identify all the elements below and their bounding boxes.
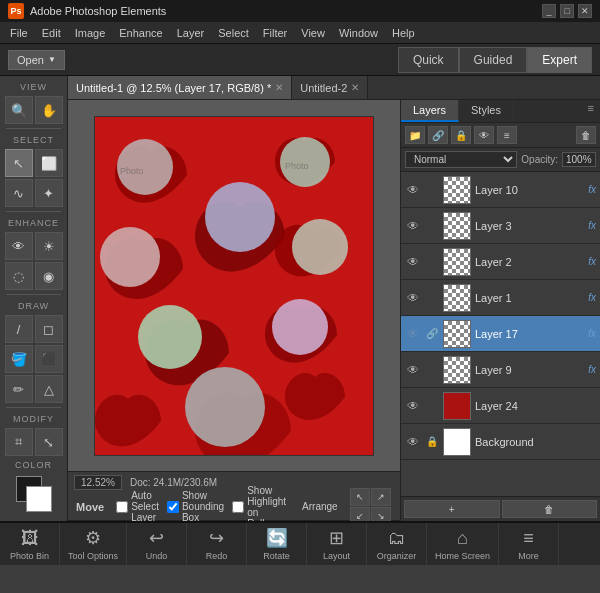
highlight-checkbox[interactable] bbox=[232, 501, 244, 513]
menu-layer[interactable]: Layer bbox=[171, 25, 211, 41]
marquee-tool[interactable]: ⬜ bbox=[35, 149, 63, 177]
hand-tool[interactable]: ✋ bbox=[35, 96, 63, 124]
eye-tool[interactable]: 👁 bbox=[5, 232, 33, 260]
menu-edit[interactable]: Edit bbox=[36, 25, 67, 41]
visibility-toggle-9[interactable]: 👁 bbox=[405, 362, 421, 378]
visibility-toggle-10[interactable]: 👁 bbox=[405, 182, 421, 198]
visibility-toggle-1[interactable]: 👁 bbox=[405, 290, 421, 306]
tab-layers[interactable]: Layers bbox=[401, 100, 459, 122]
layer-row-9[interactable]: 👁 Layer 9 fx bbox=[401, 352, 600, 388]
layer-row-24[interactable]: 👁 Layer 24 bbox=[401, 388, 600, 424]
menu-file[interactable]: File bbox=[4, 25, 34, 41]
taskbar-photo-bin[interactable]: 🖼 Photo Bin bbox=[0, 523, 60, 565]
doc-tab-1-close[interactable]: ✕ bbox=[351, 82, 359, 93]
minimize-btn[interactable]: _ bbox=[542, 4, 556, 18]
paint-bucket-tool[interactable]: 🪣 bbox=[5, 345, 33, 373]
shape-tool[interactable]: △ bbox=[35, 375, 63, 403]
tab-quick[interactable]: Quick bbox=[398, 47, 459, 73]
visibility-toggle-3[interactable]: 👁 bbox=[405, 218, 421, 234]
link-toggle-24 bbox=[425, 399, 439, 413]
taskbar-layout[interactable]: ⊞ Layout bbox=[307, 523, 367, 565]
taskbar-more[interactable]: ≡ More bbox=[499, 523, 559, 565]
bounding-box-checkbox[interactable] bbox=[167, 501, 179, 513]
new-layer-btn[interactable]: + bbox=[404, 500, 500, 518]
taskbar-tool-options[interactable]: ⚙ Tool Options bbox=[60, 523, 127, 565]
visibility-toggle-24[interactable]: 👁 bbox=[405, 398, 421, 414]
tab-guided[interactable]: Guided bbox=[459, 47, 528, 73]
more-label: More bbox=[518, 551, 539, 561]
sun-tool[interactable]: ☀ bbox=[35, 232, 63, 260]
doc-tab-1[interactable]: Untitled-2 ✕ bbox=[292, 76, 368, 99]
menu-image[interactable]: Image bbox=[69, 25, 112, 41]
layer-row-17[interactable]: 👁 🔗 Layer 17 fx bbox=[401, 316, 600, 352]
canvas-wrapper[interactable]: Photo Photo bbox=[68, 100, 400, 471]
close-btn[interactable]: ✕ bbox=[578, 4, 592, 18]
menu-help[interactable]: Help bbox=[386, 25, 421, 41]
opacity-label: Opacity: bbox=[521, 154, 558, 165]
sponge-tool[interactable]: ◉ bbox=[35, 262, 63, 290]
align-top-right[interactable]: ↗ bbox=[371, 488, 391, 506]
stamp-tool[interactable]: ⬛ bbox=[35, 345, 63, 373]
layer-fx-2: fx bbox=[588, 256, 596, 267]
more-btn[interactable]: ≡ bbox=[497, 126, 517, 144]
layer-row-10[interactable]: 👁 Layer 10 fx bbox=[401, 172, 600, 208]
canvas: Photo Photo bbox=[94, 116, 374, 456]
home-screen-icon: ⌂ bbox=[457, 528, 468, 549]
visibility-toggle-bg[interactable]: 👁 bbox=[405, 434, 421, 450]
taskbar-redo[interactable]: ↪ Redo bbox=[187, 523, 247, 565]
panel-options-btn[interactable]: ≡ bbox=[582, 100, 600, 122]
lasso-tool[interactable]: ∿ bbox=[5, 179, 33, 207]
zoom-level: 12.52% bbox=[74, 475, 122, 490]
opacity-input[interactable] bbox=[562, 152, 596, 167]
align-top-left[interactable]: ↖ bbox=[350, 488, 370, 506]
app-icon: Ps bbox=[8, 3, 24, 19]
blur-tool[interactable]: ◌ bbox=[5, 262, 33, 290]
layer-row-2[interactable]: 👁 Layer 2 fx bbox=[401, 244, 600, 280]
menu-view[interactable]: View bbox=[295, 25, 331, 41]
arrange-label: Arrange bbox=[302, 501, 338, 512]
layer-row-1[interactable]: 👁 Layer 1 fx bbox=[401, 280, 600, 316]
menu-enhance[interactable]: Enhance bbox=[113, 25, 168, 41]
doc-tab-0-close[interactable]: ✕ bbox=[275, 82, 283, 93]
open-button[interactable]: Open ▼ bbox=[8, 50, 65, 70]
auto-select-checkbox[interactable] bbox=[116, 501, 128, 513]
align-bot-left[interactable]: ↙ bbox=[350, 507, 370, 521]
magic-wand-tool[interactable]: ✦ bbox=[35, 179, 63, 207]
menu-window[interactable]: Window bbox=[333, 25, 384, 41]
eraser-tool[interactable]: ◻ bbox=[35, 315, 63, 343]
tab-expert[interactable]: Expert bbox=[527, 47, 592, 73]
link-layers-btn[interactable]: 🔗 bbox=[428, 126, 448, 144]
link-toggle-17[interactable]: 🔗 bbox=[425, 327, 439, 341]
blend-mode-select[interactable]: Normal Multiply Screen bbox=[405, 151, 517, 168]
doc-tab-0[interactable]: Untitled-1 @ 12.5% (Layer 17, RGB/8) * ✕ bbox=[68, 76, 292, 99]
taskbar-undo[interactable]: ↩ Undo bbox=[127, 523, 187, 565]
visibility-toggle-2[interactable]: 👁 bbox=[405, 254, 421, 270]
taskbar-home-screen[interactable]: ⌂ Home Screen bbox=[427, 523, 499, 565]
transform-tool[interactable]: ⤡ bbox=[35, 428, 63, 456]
lock-btn[interactable]: 🔒 bbox=[451, 126, 471, 144]
layer-row-3[interactable]: 👁 Layer 3 fx bbox=[401, 208, 600, 244]
eye-all-btn[interactable]: 👁 bbox=[474, 126, 494, 144]
move-tool[interactable]: ↖ bbox=[5, 149, 33, 177]
pencil-tool[interactable]: ✏ bbox=[5, 375, 33, 403]
menu-filter[interactable]: Filter bbox=[257, 25, 293, 41]
menu-select[interactable]: Select bbox=[212, 25, 255, 41]
background-color[interactable] bbox=[26, 486, 52, 512]
taskbar-rotate[interactable]: 🔄 Rotate bbox=[247, 523, 307, 565]
zoom-tool[interactable]: 🔍 bbox=[5, 96, 33, 124]
new-layer-set-btn[interactable]: 📁 bbox=[405, 126, 425, 144]
maximize-btn[interactable]: □ bbox=[560, 4, 574, 18]
brush-tool[interactable]: / bbox=[5, 315, 33, 343]
rotate-icon: 🔄 bbox=[266, 527, 288, 549]
delete-layer-btn[interactable]: 🗑 bbox=[576, 126, 596, 144]
align-bot-right[interactable]: ↘ bbox=[371, 507, 391, 521]
layer-row-bg[interactable]: 👁 🔒 Background bbox=[401, 424, 600, 460]
taskbar-organizer[interactable]: 🗂 Organizer bbox=[367, 523, 427, 565]
tab-styles[interactable]: Styles bbox=[459, 100, 514, 122]
organizer-label: Organizer bbox=[377, 551, 417, 561]
delete-selected-btn[interactable]: 🗑 bbox=[502, 500, 598, 518]
auto-select-label: Auto Select Layer bbox=[131, 490, 159, 521]
visibility-toggle-17[interactable]: 👁 bbox=[405, 326, 421, 342]
redo-label: Redo bbox=[206, 551, 228, 561]
crop-tool[interactable]: ⌗ bbox=[5, 428, 33, 456]
